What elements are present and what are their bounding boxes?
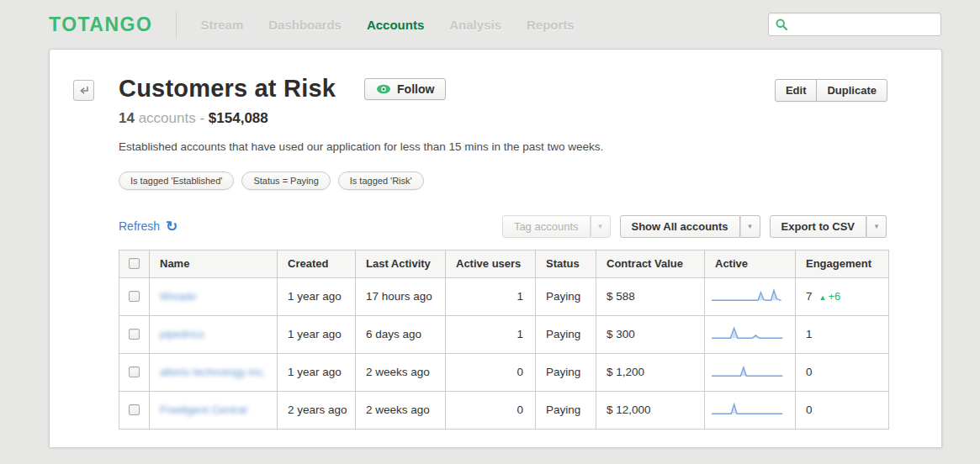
tag-accounts-button[interactable]: Tag accounts xyxy=(502,215,591,238)
chevron-down-icon: ▾ xyxy=(598,222,602,230)
edit-button[interactable]: Edit xyxy=(775,79,818,102)
follow-button[interactable]: Follow xyxy=(364,78,446,100)
column-header-name[interactable]: Name xyxy=(150,250,278,277)
search-icon xyxy=(775,18,788,31)
engagement-delta: ▲+6 xyxy=(819,290,841,303)
engagement-cell: 0 xyxy=(796,353,889,391)
engagement-cell: 1 xyxy=(796,315,889,353)
created-cell: 1 year ago xyxy=(278,315,356,353)
row-checkbox[interactable] xyxy=(129,291,140,302)
table-header: NameCreatedLast ActivityActive usersStat… xyxy=(119,250,889,277)
activity-sparkline xyxy=(712,363,784,382)
row-select-cell xyxy=(119,315,150,353)
tag-accounts-split-button: Tag accounts ▾ xyxy=(502,215,611,238)
column-header-active[interactable]: Active xyxy=(705,250,796,277)
active-sparkline-cell xyxy=(705,277,796,315)
activity-sparkline xyxy=(712,401,784,419)
status-cell: Paying xyxy=(536,391,596,429)
row-checkbox[interactable] xyxy=(129,329,140,340)
account-count-unit: accounts xyxy=(139,110,196,126)
nav-item-accounts[interactable]: Accounts xyxy=(367,18,424,32)
filter-tag[interactable]: Is tagged 'Established' xyxy=(119,171,234,190)
account-name-link[interactable]: Freeligent Central xyxy=(160,403,246,416)
column-header-contract-value[interactable]: Contract Value xyxy=(596,250,705,277)
refresh-link[interactable]: Refresh ↻ xyxy=(119,219,177,234)
last-activity-cell: 6 days ago xyxy=(356,315,446,353)
filter-tags: Is tagged 'Established' Status = Paying … xyxy=(119,171,887,190)
column-header-last-activity[interactable]: Last Activity xyxy=(356,250,446,277)
follow-label: Follow xyxy=(397,82,434,96)
nav-item-analysis[interactable]: Analysis xyxy=(449,18,501,32)
toolbar-buttons: Tag accounts ▾ Show All accounts ▾ Expor… xyxy=(502,215,887,238)
nav-item-dashboards[interactable]: Dashboards xyxy=(268,18,342,32)
total-contract-value: $154,088 xyxy=(209,110,268,126)
search-box xyxy=(768,13,941,36)
header-row: NameCreatedLast ActivityActive usersStat… xyxy=(119,250,889,277)
column-header-engagement[interactable]: Engagement xyxy=(796,250,889,277)
segment-card: Edit Duplicate Customers at Risk Follow … xyxy=(49,49,942,447)
back-button[interactable] xyxy=(73,80,94,101)
engagement-value: 0 xyxy=(806,403,813,416)
show-all-accounts-button[interactable]: Show All accounts xyxy=(620,215,740,238)
table-row: pipedrico1 year ago6 days ago1Paying$ 30… xyxy=(119,315,889,353)
contract-value-cell: $ 300 xyxy=(596,315,705,353)
activity-sparkline xyxy=(712,287,784,306)
nav-item-stream[interactable]: Stream xyxy=(200,18,243,32)
table-body: Wixado1 year ago17 hours ago1Paying$ 588… xyxy=(119,277,889,429)
nav-item-reports[interactable]: Reports xyxy=(527,18,575,32)
totango-logo[interactable]: TOTANGO xyxy=(49,13,152,36)
tag-accounts-caret[interactable]: ▾ xyxy=(591,215,611,238)
account-name-link[interactable]: alterio technology inc. xyxy=(160,366,266,378)
table-toolbar: Refresh ↻ Tag accounts ▾ Show All accoun… xyxy=(119,215,887,238)
filter-tag[interactable]: Is tagged 'Risk' xyxy=(338,171,424,190)
last-activity-cell: 2 weeks ago xyxy=(356,391,446,429)
row-checkbox[interactable] xyxy=(129,404,140,415)
active-users-cell: 0 xyxy=(446,353,536,391)
account-name-link[interactable]: Wixado xyxy=(160,290,196,303)
row-checkbox[interactable] xyxy=(129,366,140,377)
engagement-cell: 7▲+6 xyxy=(796,277,889,315)
last-activity-cell: 2 weeks ago xyxy=(356,353,446,391)
account-name-link[interactable]: pipedrico xyxy=(160,328,204,340)
select-all-header-cell xyxy=(119,250,150,277)
engagement-value: 0 xyxy=(806,366,813,378)
show-accounts-caret[interactable]: ▾ xyxy=(740,215,760,238)
export-csv-caret[interactable]: ▾ xyxy=(866,215,887,238)
column-header-active-users[interactable]: Active users xyxy=(446,250,536,277)
eye-icon xyxy=(376,84,391,94)
row-select-cell xyxy=(119,353,150,391)
engagement-value: 7 xyxy=(806,290,813,303)
created-cell: 1 year ago xyxy=(278,353,356,391)
table-row: alterio technology inc.1 year ago2 weeks… xyxy=(119,353,889,391)
export-csv-button[interactable]: Export to CSV xyxy=(770,215,866,238)
account-count: 14 xyxy=(119,110,135,126)
created-cell: 2 years ago xyxy=(278,391,356,429)
name-cell: pipedrico xyxy=(150,315,278,353)
active-users-cell: 0 xyxy=(446,391,536,429)
active-sparkline-cell xyxy=(705,353,796,391)
segment-summary: 14 accounts - $154,088 xyxy=(119,110,887,127)
back-arrow-icon xyxy=(78,85,90,96)
accounts-table: NameCreatedLast ActivityActive usersStat… xyxy=(119,250,889,430)
active-users-cell: 1 xyxy=(446,315,536,353)
select-all-checkbox[interactable] xyxy=(129,258,140,269)
page-title: Customers at Risk xyxy=(119,75,336,103)
duplicate-button[interactable]: Duplicate xyxy=(816,79,887,102)
row-select-cell xyxy=(119,277,150,315)
column-header-status[interactable]: Status xyxy=(536,250,596,277)
table-row: Wixado1 year ago17 hours ago1Paying$ 588… xyxy=(119,277,889,315)
created-cell: 1 year ago xyxy=(278,277,356,315)
row-select-cell xyxy=(119,391,150,429)
contract-value-cell: $ 1,200 xyxy=(596,353,705,391)
nav-items: Stream Dashboards Accounts Analysis Repo… xyxy=(200,18,599,32)
name-cell: Wixado xyxy=(150,277,278,315)
triangle-up-icon: ▲ xyxy=(819,293,827,302)
segment-description: Established accounts that have used our … xyxy=(119,139,623,156)
filter-tag[interactable]: Status = Paying xyxy=(241,171,330,190)
column-header-created[interactable]: Created xyxy=(278,250,356,277)
status-cell: Paying xyxy=(536,353,596,391)
search-input[interactable] xyxy=(792,18,935,32)
export-csv-split-button: Export to CSV ▾ xyxy=(770,215,887,238)
activity-sparkline xyxy=(712,325,784,344)
active-sparkline-cell xyxy=(705,391,796,429)
